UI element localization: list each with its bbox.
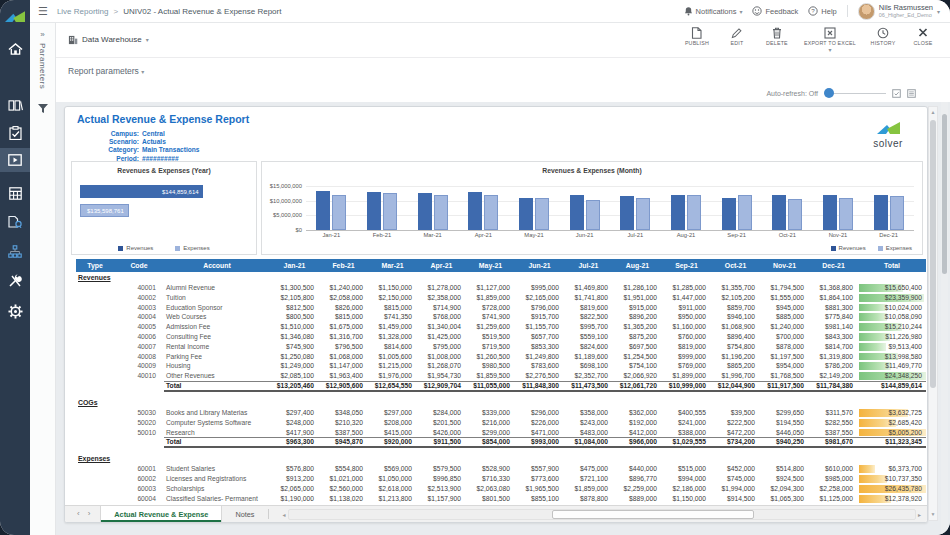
total-value-cell: $966,000 [613,437,662,448]
chevron-down-icon: ▾ [739,8,742,15]
page-scroll-thumb[interactable] [942,114,947,274]
sidebar-item-workflows[interactable] [0,238,30,264]
sidebar-item-home[interactable] [0,36,30,62]
topbar: ☰ Live Reporting > UNIV02 - Actual Reven… [30,0,950,23]
sidebar-item-live-reporting[interactable] [0,148,30,172]
sheet-scroll-right-icon[interactable]: › [88,510,91,518]
value-cell: $721,100 [564,474,613,484]
year-chart: Revenues & Expenses (Year) $144,859,614$… [71,161,257,255]
refresh-settings-icon[interactable] [892,89,901,98]
publish-document-icon [691,27,702,39]
sidebar-item-administration[interactable] [0,268,30,294]
x-axis-label: Jul-21 [613,232,657,238]
horizontal-scroll-track[interactable] [288,509,916,520]
value-cell: $2,258,000 [809,484,858,494]
breadcrumb-app-link[interactable]: Live Reporting [57,7,109,16]
value-cell: $2,352,700 [564,371,613,381]
value-cell: $768,000 [417,312,466,322]
value-cell: $248,000 [270,418,319,428]
hamburger-menu-icon[interactable]: ☰ [38,6,48,17]
delete-button[interactable]: DELETE [764,27,790,46]
feedback-button[interactable]: Feedback [752,6,798,16]
value-cell: $415,000 [368,428,417,438]
code-cell: 40006 [114,332,164,342]
solver-logo[interactable] [0,4,30,30]
sidebar-item-user-documents[interactable] [0,208,30,234]
help-button[interactable]: ? Help [808,6,836,16]
total-value-cell: $963,300 [270,437,319,448]
scroll-right-icon[interactable]: ▸ [918,511,921,518]
slider-knob[interactable] [824,88,834,98]
value-cell: $452,000 [711,464,760,474]
notifications-menu[interactable]: Notifications ▾ [684,6,743,16]
value-cell: $915,000 [613,303,662,313]
total-value-cell: $1,029,555 [662,437,711,448]
total-value: $5,005,200 [889,429,922,436]
scroll-down-icon[interactable]: ▼ [929,509,937,520]
user-menu[interactable]: Nils Rasmussen 06_Higher_Ed_Demo ▾ [858,3,940,20]
trash-icon [772,27,782,39]
total-cell: $10,737,350 [858,474,926,484]
value-cell: $297,000 [368,408,417,418]
filter-funnel-icon[interactable] [38,99,48,117]
data-source-selector[interactable]: Data Warehouse ▾ [68,35,149,45]
table-row: 60002Licenses and Registrations$913,200$… [76,474,926,484]
total-value: $24,348,250 [885,372,922,379]
sidebar-item-assignments[interactable] [0,120,30,146]
report-list-icon[interactable] [907,89,916,98]
scroll-up-icon[interactable]: ▲ [929,107,937,118]
value-cell: $1,197,500 [760,352,809,362]
value-cell: $826,000 [319,303,368,313]
edit-button[interactable]: EDIT [724,27,750,46]
total-cell: $13,998,580 [858,352,926,362]
table-row: 50010Research$417,900$387,500$415,000$42… [76,428,926,438]
month-bar-revenues [722,198,736,230]
value-cell: $1,768,500 [760,371,809,381]
column-header: Dec-21 [809,259,858,272]
publish-button[interactable]: PUBLISH [684,27,710,46]
sidebar-item-settings[interactable] [0,298,30,324]
close-button[interactable]: CLOSE [910,27,936,46]
total-data-bar [859,313,887,321]
scroll-left-icon[interactable]: ◂ [283,511,286,518]
report-parameters-toggle[interactable]: Report parameters ▾ [68,66,144,76]
total-data-bar [859,304,887,312]
vertical-scroll-thumb[interactable] [930,120,936,388]
page-scrollbar[interactable] [941,102,948,535]
value-cell: $896,400 [711,332,760,342]
parameters-rail-label[interactable]: Parameters [38,43,47,89]
export-to-excel-button[interactable]: EXPORT TO EXCEL ▾ [804,27,856,53]
vertical-scrollbar[interactable]: ▲ ▼ [928,106,938,521]
expand-parameters-icon[interactable]: » [40,30,44,39]
value-cell: $878,800 [564,494,613,504]
sheet-scroll-left-icon[interactable]: ‹ [77,510,80,518]
y-axis-tick: $10,000,000 [264,198,302,204]
total-value-cell: $11,473,500 [564,381,613,392]
table-row: 40008Parking Fee$1,250,080$1,068,000$1,0… [76,352,926,362]
year-chart-bars: $144,859,614$135,598,761 [80,185,248,223]
sheet-tab-actual-revenue-expense[interactable]: Actual Revenue & Expense [100,506,222,522]
value-cell: $728,000 [466,303,515,313]
history-button[interactable]: HISTORY [870,27,896,46]
table-row: 50020Computer Systems Software$248,000$2… [76,418,926,428]
value-cell: $446,050 [760,428,809,438]
column-header: Sep-21 [662,259,711,272]
sidebar-item-archive[interactable] [0,92,30,118]
horizontal-scroll-thumb[interactable] [552,510,754,519]
value-cell: $2,149,200 [809,371,858,381]
y-axis-tick: $15,000,000 [264,183,302,189]
home-icon [8,42,23,56]
account-cell: Consulting Fee [164,332,270,342]
total-value: $7,461,300 [889,505,922,506]
report-viewport: Actual Revenue & Expense Report Campus:C… [56,102,950,535]
value-cell: $1,965,500 [515,484,564,494]
total-value: $10,058,090 [885,313,922,320]
account-cell: Tuition [164,293,270,303]
auto-refresh-slider[interactable] [824,88,886,98]
value-cell: $362,000 [613,408,662,418]
value-cell: $2,513,900 [417,484,466,494]
sidebar-item-budgeting[interactable] [0,180,30,206]
gridline [306,230,914,231]
report-title: Actual Revenue & Expense Report [77,113,249,125]
sheet-tab-notes[interactable]: Notes [222,506,267,522]
